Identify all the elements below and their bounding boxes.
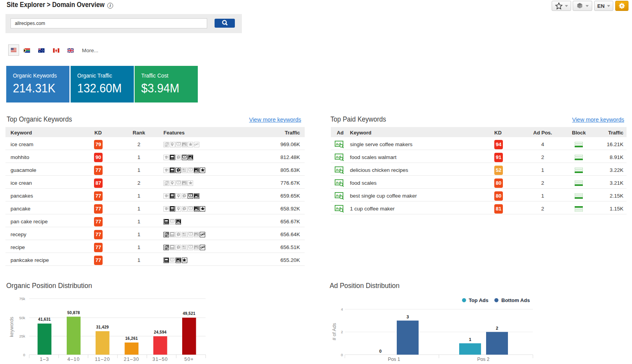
svg-text:25k: 25k: [19, 334, 25, 338]
svg-text:1: 1: [469, 337, 471, 342]
svg-text:4–10: 4–10: [67, 357, 80, 362]
svg-text:Pos 2: Pos 2: [477, 357, 490, 362]
svg-text:31,429: 31,429: [96, 325, 109, 329]
svg-text:75k: 75k: [19, 297, 25, 301]
svg-text:31–50: 31–50: [153, 357, 168, 362]
svg-text:50+: 50+: [185, 357, 194, 362]
svg-text:4: 4: [341, 307, 343, 311]
svg-text:0: 0: [23, 353, 25, 357]
svg-text:Pos 1: Pos 1: [388, 357, 400, 362]
svg-text:1–3: 1–3: [40, 357, 49, 362]
svg-text:24,594: 24,594: [154, 330, 167, 334]
svg-text:Top Ads: Top Ads: [469, 297, 488, 303]
svg-text:2: 2: [341, 330, 343, 334]
svg-text:16,261: 16,261: [125, 336, 138, 341]
svg-text:50,878: 50,878: [67, 311, 80, 315]
svg-text:0: 0: [379, 349, 382, 353]
svg-text:3: 3: [407, 315, 409, 319]
svg-text:50k: 50k: [19, 316, 25, 320]
svg-text:49,521: 49,521: [183, 311, 196, 316]
svg-text:11–20: 11–20: [95, 357, 110, 362]
svg-text:# of Ads: # of Ads: [332, 323, 337, 340]
svg-text:21–30: 21–30: [124, 357, 139, 362]
svg-text:Bottom Ads: Bottom Ads: [501, 297, 530, 303]
svg-text:keywords: keywords: [9, 317, 14, 337]
svg-text:0: 0: [341, 353, 343, 357]
svg-text:2: 2: [496, 326, 498, 330]
svg-text:41,631: 41,631: [38, 317, 51, 322]
